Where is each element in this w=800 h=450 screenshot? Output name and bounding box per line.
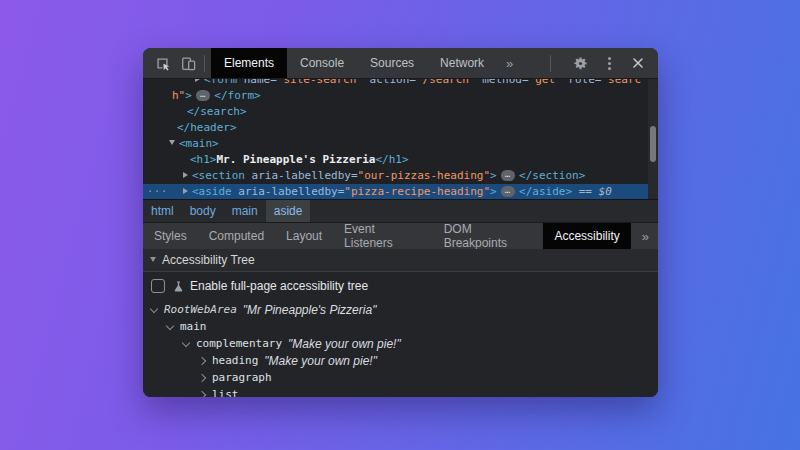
code-token-note: == $0 [572, 185, 612, 198]
elements-dom-tree-panel: <form name="site-search" action="/search… [143, 79, 658, 199]
chevron-down-icon[interactable] [182, 338, 190, 346]
a11y-name: "Make your own pie!" [264, 354, 377, 368]
code-line[interactable]: <form name="site-search" action="/search… [143, 79, 648, 88]
expand-arrow-icon[interactable] [183, 172, 188, 178]
a11y-tree-row[interactable]: heading"Make your own pie!" [143, 352, 658, 369]
code-token-tag: > [490, 185, 497, 198]
a11y-role: list [212, 388, 239, 397]
a11y-tree-row[interactable]: paragraph [143, 369, 658, 386]
code-token-tag: <h1> [190, 153, 217, 166]
code-token-tag: </h1> [375, 153, 408, 166]
adorner-dots-icon[interactable]: ··· [147, 184, 168, 199]
tab-computed[interactable]: Computed [198, 223, 275, 249]
code-line[interactable]: </search> [143, 104, 648, 120]
tab-styles[interactable]: Styles [143, 223, 198, 249]
tab-sources[interactable]: Sources [357, 48, 427, 78]
device-toolbar-icon[interactable] [178, 53, 198, 73]
chevron-right-icon[interactable] [198, 390, 206, 397]
scrollbar-track[interactable] [648, 79, 658, 199]
a11y-tree-row[interactable]: list [143, 386, 658, 397]
chevron-down-icon[interactable] [150, 304, 158, 312]
a11y-tree-row[interactable]: main [143, 318, 658, 335]
code-token-val: "get" [529, 79, 562, 86]
breadcrumb: htmlbodymainaside [143, 199, 658, 222]
a11y-tree-row[interactable]: complementary"Make your own pie!" [143, 335, 658, 352]
sidebar-tabs: StylesComputedLayoutEvent ListenersDOM B… [143, 222, 658, 249]
ellipsis-expander-icon[interactable]: … [501, 170, 515, 181]
code-token-tag: </form> [214, 89, 260, 102]
desktop-background: { "background": { "gradient_from": "#8c5… [0, 0, 800, 450]
code-token-tag: <section [192, 169, 245, 182]
a11y-name: "Make your own pie!" [288, 337, 401, 351]
devtools-window: ElementsConsoleSourcesNetwork » <form na… [143, 48, 658, 397]
code-token-tag: </aside> [519, 185, 572, 198]
code-line[interactable]: <h1>Mr. Pineapple's Pizzeria</h1> [143, 152, 648, 168]
accessibility-tree: RootWebArea"Mr Pineapple's Pizzeria"main… [143, 298, 658, 397]
code-token-val: "pizza-recipe-heading" [344, 185, 490, 198]
toolbar-right-icons [550, 53, 658, 73]
expand-arrow-icon[interactable] [183, 188, 188, 194]
code-token-val: "our-pizzas-heading" [358, 169, 490, 182]
tab-event-listeners[interactable]: Event Listeners [333, 223, 433, 249]
code-token-tag: </section> [519, 169, 585, 182]
code-token-attr: name= [237, 79, 277, 86]
tab-elements[interactable]: Elements [211, 48, 287, 78]
a11y-tree-row[interactable]: RootWebArea"Mr Pineapple's Pizzeria" [143, 301, 658, 318]
chevron-right-icon[interactable] [198, 356, 206, 364]
enable-fullpage-a11y-checkbox[interactable] [151, 279, 165, 293]
code-token-tag: <form [204, 79, 237, 86]
code-line[interactable]: <section aria-labelledby="our-pizzas-hea… [143, 168, 648, 184]
accessibility-pane: Enable full-page accessibility tree Root… [143, 272, 658, 397]
breadcrumb-item-html[interactable]: html [143, 200, 182, 222]
code-token-attr: role= [562, 79, 602, 86]
breadcrumb-item-body[interactable]: body [182, 200, 224, 222]
more-options-kebab-icon[interactable] [599, 53, 619, 73]
code-token-val: "site-search" [277, 79, 363, 86]
a11y-role: RootWebArea [164, 303, 237, 316]
close-icon[interactable] [628, 53, 648, 73]
expand-arrow-icon[interactable] [195, 79, 200, 82]
a11y-role: complementary [196, 337, 282, 350]
ellipsis-expander-icon[interactable]: … [196, 90, 210, 101]
settings-gear-icon[interactable] [570, 53, 590, 73]
tab-dom-breakpoints[interactable]: DOM Breakpoints [433, 223, 544, 249]
experiment-flask-icon [172, 280, 185, 293]
code-token-val: h" [172, 89, 185, 102]
more-panels-chevron-icon[interactable]: » [497, 56, 522, 71]
breadcrumb-item-main[interactable]: main [224, 200, 266, 222]
tab-network[interactable]: Network [427, 48, 497, 78]
more-sidebar-tabs-chevron-icon[interactable]: » [633, 223, 658, 249]
ellipsis-expander-icon[interactable]: … [501, 186, 515, 197]
code-line[interactable]: <main> [143, 136, 648, 152]
accessibility-tree-section-header[interactable]: Accessibility Tree [143, 249, 658, 272]
section-disclosure-triangle-icon [150, 257, 156, 262]
code-token-val: "/search" [416, 79, 476, 86]
a11y-role: main [180, 320, 207, 333]
scrollbar-thumb[interactable] [650, 126, 656, 162]
collapse-arrow-icon[interactable] [169, 140, 175, 145]
code-token-val: "searc [601, 79, 641, 86]
section-title: Accessibility Tree [162, 253, 255, 267]
code-token-tag: > [185, 89, 192, 102]
inspect-element-icon[interactable] [152, 53, 172, 73]
chevron-down-icon[interactable] [166, 321, 174, 329]
tab-console[interactable]: Console [287, 48, 357, 78]
code-token-tag: <aside [192, 185, 232, 198]
tab-layout[interactable]: Layout [275, 223, 333, 249]
a11y-role: heading [212, 354, 258, 367]
devtools-toolbar: ElementsConsoleSourcesNetwork » [143, 48, 658, 79]
code-token-attr: aria-labelledby= [232, 185, 345, 198]
breadcrumb-item-aside[interactable]: aside [266, 200, 311, 222]
chevron-right-icon[interactable] [198, 373, 206, 381]
enable-fullpage-a11y-row: Enable full-page accessibility tree [143, 274, 658, 298]
tab-accessibility[interactable]: Accessibility [543, 223, 630, 249]
code-token-tag: </header> [177, 121, 237, 134]
toolbar-divider [204, 55, 205, 72]
code-token-tag: </search> [187, 105, 247, 118]
code-line[interactable]: ···<aside aria-labelledby="pizza-recipe-… [143, 184, 648, 199]
panel-tabs: ElementsConsoleSourcesNetwork [211, 48, 497, 78]
code-line[interactable]: </header> [143, 120, 648, 136]
code-token-attr: action= [363, 79, 416, 86]
code-line[interactable]: h">…</form> [143, 88, 648, 104]
code-token-tag: <main> [179, 137, 219, 150]
